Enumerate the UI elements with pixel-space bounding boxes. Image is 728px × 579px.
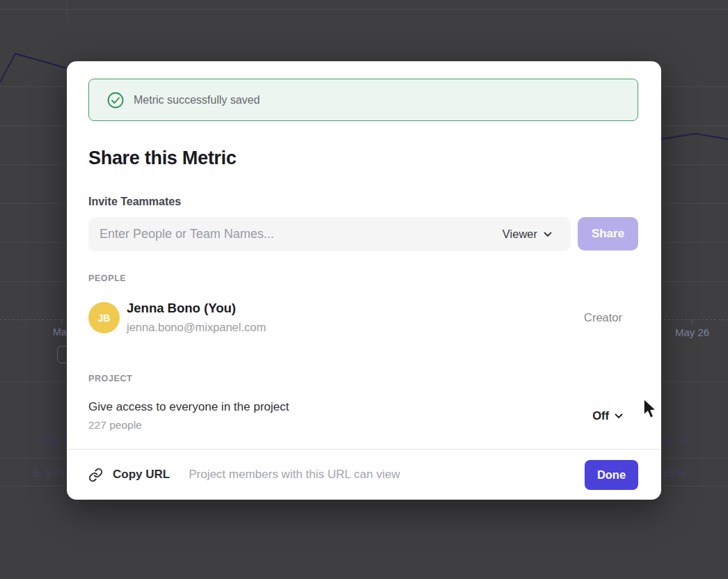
member-role-label: Creator: [584, 311, 622, 324]
url-permission-hint: Project members with this URL can view: [189, 468, 400, 482]
copy-url-label: Copy URL: [113, 468, 170, 482]
project-access-title: Give access to everyone in the project: [88, 400, 289, 414]
table-value-right: 35%: [661, 467, 688, 479]
success-banner: Metric successfully saved: [88, 79, 638, 121]
copy-url-button[interactable]: Copy URL: [88, 468, 170, 482]
project-access-dropdown-value: Off: [592, 409, 609, 422]
share-button[interactable]: Share: [578, 217, 638, 251]
table-value-left: 5.57%: [33, 467, 72, 479]
avatar: JB: [88, 302, 120, 333]
people-section-heading: PEOPLE: [88, 273, 126, 283]
member-email: jenna.bono@mixpanel.com: [127, 321, 266, 334]
done-button[interactable]: Done: [585, 460, 638, 490]
success-banner-message: Metric successfully saved: [134, 94, 260, 106]
link-icon: [88, 468, 103, 482]
modal-footer: Copy URL Project members with this URL c…: [67, 449, 661, 500]
x-tick-label-right: May 26: [675, 326, 709, 338]
chevron-down-icon: [615, 413, 623, 419]
invite-teammates-label: Invite Teammates: [88, 196, 181, 208]
invite-input-container: Viewer: [88, 217, 571, 251]
chevron-down-icon: [544, 232, 552, 237]
member-name: Jenna Bono (You): [127, 301, 236, 316]
modal-title: Share this Metric: [88, 148, 236, 169]
table-header-left: May 5: [38, 433, 70, 447]
x-tick-label-left: Ma: [53, 326, 68, 338]
project-access-subtitle: 227 people: [88, 419, 142, 431]
invite-people-input[interactable]: [98, 226, 503, 242]
check-circle-icon: [106, 91, 125, 109]
share-metric-modal: Metric successfully saved Share this Met…: [67, 61, 661, 500]
screen: Ma May 26 1 May 5 May 11 5.57% 35% Metri…: [0, 0, 728, 579]
project-access-dropdown[interactable]: Off: [592, 409, 623, 422]
project-section-heading: PROJECT: [88, 374, 132, 383]
role-dropdown-value: Viewer: [503, 228, 537, 241]
role-dropdown[interactable]: Viewer: [503, 228, 552, 241]
avatar-initials: JB: [98, 312, 111, 324]
